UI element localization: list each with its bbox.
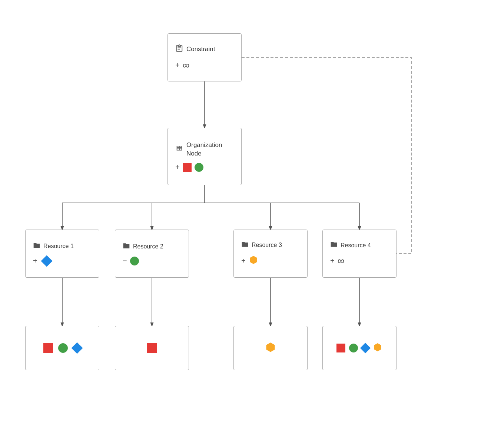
r1-res-blue-diamond bbox=[71, 342, 83, 354]
org-node[interactable]: Organization Node + bbox=[167, 128, 242, 185]
resource2-node[interactable]: Resource 2 − bbox=[115, 230, 189, 278]
r1-blue-diamond bbox=[41, 255, 52, 267]
constraint-body: + ∞ bbox=[175, 60, 189, 71]
result2-shapes bbox=[147, 343, 157, 353]
resource2-body: − bbox=[123, 257, 139, 265]
constraint-plus: + bbox=[175, 61, 180, 70]
r1-res-red-sq bbox=[43, 343, 53, 353]
resource4-node[interactable]: Resource 4 + ∞ bbox=[322, 230, 397, 278]
r4-res-green-circle bbox=[349, 344, 358, 352]
result1-node bbox=[25, 326, 99, 370]
org-green-circle bbox=[195, 163, 203, 172]
resource1-node[interactable]: Resource 1 + bbox=[25, 230, 99, 278]
r3-res-yellow-hex bbox=[265, 342, 276, 354]
r1-plus: + bbox=[33, 257, 37, 265]
r3-plus: + bbox=[241, 257, 246, 265]
resource3-body: + bbox=[241, 255, 258, 267]
connectors-svg bbox=[0, 0, 501, 448]
r2-green-circle bbox=[130, 257, 139, 265]
org-label: Organization Node bbox=[186, 141, 222, 157]
resource3-title: Resource 3 bbox=[241, 241, 282, 250]
org-title: Organization Node bbox=[175, 141, 222, 157]
resource1-body: + bbox=[33, 256, 53, 266]
constraint-icon bbox=[175, 44, 183, 54]
result3-shapes bbox=[265, 342, 276, 354]
r4-plus: + bbox=[330, 257, 335, 265]
resource2-title: Resource 2 bbox=[123, 242, 163, 251]
r2-minus: − bbox=[123, 257, 127, 265]
resource4-body: + ∞ bbox=[330, 255, 344, 267]
svg-marker-12 bbox=[250, 256, 257, 264]
resource3-label: Resource 3 bbox=[252, 242, 282, 248]
resource1-icon bbox=[33, 242, 40, 251]
result1-shapes bbox=[43, 343, 81, 353]
org-red-square bbox=[183, 163, 192, 172]
svg-marker-14 bbox=[374, 343, 381, 351]
constraint-node[interactable]: Constraint + ∞ bbox=[167, 33, 242, 81]
resource2-icon bbox=[123, 242, 130, 251]
resource4-label: Resource 4 bbox=[341, 242, 371, 249]
r4-res-blue-diamond bbox=[360, 343, 371, 353]
resource3-icon bbox=[241, 241, 249, 250]
resource1-label: Resource 1 bbox=[43, 243, 74, 250]
r4-infinity: ∞ bbox=[338, 255, 345, 267]
result4-node bbox=[322, 326, 397, 370]
r2-res-red-sq bbox=[147, 343, 157, 353]
resource2-label: Resource 2 bbox=[133, 243, 163, 250]
org-icon bbox=[175, 144, 183, 154]
constraint-label: Constraint bbox=[186, 46, 215, 53]
r1-res-green-circle bbox=[58, 343, 68, 353]
r4-res-yellow-hex bbox=[373, 342, 382, 354]
svg-marker-13 bbox=[266, 342, 275, 352]
resource4-title: Resource 4 bbox=[330, 241, 371, 250]
constraint-infinity: ∞ bbox=[183, 60, 190, 71]
r3-yellow-hex bbox=[249, 255, 258, 267]
resource4-icon bbox=[330, 241, 338, 250]
resource3-node[interactable]: Resource 3 + bbox=[233, 230, 308, 278]
org-body: + bbox=[175, 163, 203, 172]
result3-node bbox=[233, 326, 308, 370]
result2-node bbox=[115, 326, 189, 370]
result4-shapes bbox=[336, 342, 382, 354]
constraint-title: Constraint bbox=[175, 44, 215, 54]
resource1-title: Resource 1 bbox=[33, 242, 74, 251]
r4-res-red-sq bbox=[336, 344, 345, 352]
diagram-container: Constraint + ∞ Organization Node + bbox=[0, 0, 501, 448]
org-plus: + bbox=[175, 163, 180, 171]
